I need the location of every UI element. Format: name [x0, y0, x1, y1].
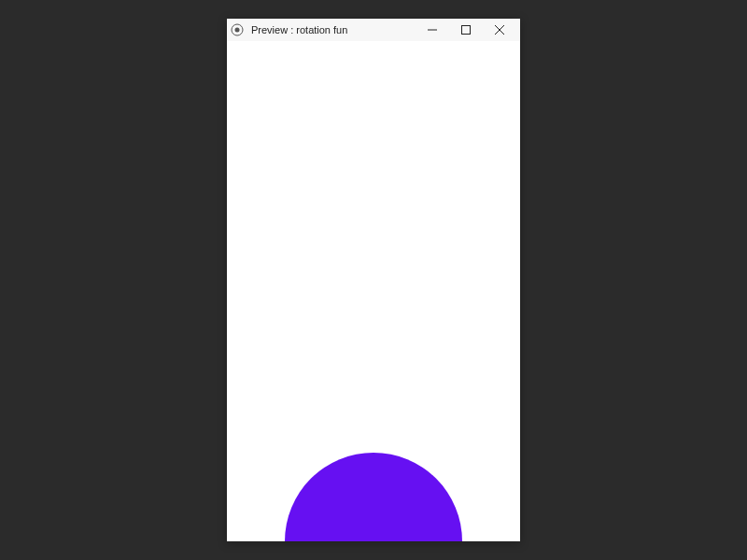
titlebar: Preview : rotation fun: [227, 19, 520, 41]
minimize-icon: [428, 25, 437, 35]
svg-point-1: [235, 28, 240, 33]
close-button[interactable]: [483, 19, 516, 41]
window-controls: [416, 19, 516, 41]
preview-canvas: [227, 41, 520, 541]
app-window: Preview : rotation fun: [227, 19, 520, 541]
close-icon: [495, 25, 504, 35]
maximize-icon: [461, 25, 471, 35]
rotation-circle: [285, 453, 462, 541]
svg-rect-3: [462, 26, 471, 35]
app-icon: [231, 23, 244, 36]
minimize-button[interactable]: [416, 19, 449, 41]
window-title: Preview : rotation fun: [251, 24, 416, 35]
maximize-button[interactable]: [449, 19, 483, 41]
